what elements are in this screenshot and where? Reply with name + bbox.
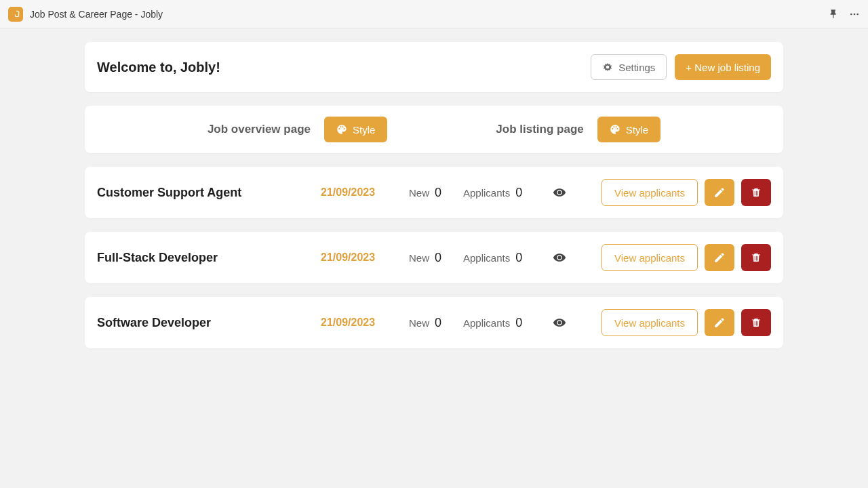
pin-icon[interactable]	[829, 9, 840, 20]
tabs-card: Job overview page Style Job listing page…	[85, 106, 783, 153]
new-job-listing-label: + New job listing	[686, 62, 760, 73]
applicants-label: Applicants	[463, 317, 510, 329]
applicants-value: 0	[515, 316, 522, 330]
job-date: 21/09/2023	[321, 251, 409, 264]
job-row: Software Developer 21/09/2023 New 0 Appl…	[85, 297, 783, 348]
job-applicants-stat: Applicants 0	[463, 316, 545, 330]
edit-button[interactable]	[705, 309, 734, 336]
row-actions: View applicants	[601, 179, 771, 206]
palette-icon	[610, 124, 620, 135]
delete-button[interactable]	[741, 244, 771, 271]
tab-listing-group: Job listing page Style	[496, 117, 660, 142]
style-listing-button[interactable]: Style	[597, 117, 660, 142]
header-card: Welcome to, Jobly! Settings + New job li…	[85, 42, 783, 92]
new-value: 0	[435, 251, 441, 265]
tab-overview-group: Job overview page Style	[208, 117, 387, 142]
new-job-listing-button[interactable]: + New job listing	[675, 54, 771, 80]
job-row: Full-Stack Developer 21/09/2023 New 0 Ap…	[85, 232, 783, 283]
new-label: New	[409, 252, 429, 264]
job-applicants-stat: Applicants 0	[463, 186, 545, 200]
delete-button[interactable]	[741, 309, 771, 336]
row-actions: View applicants	[601, 244, 771, 271]
topbar: Job Post & Career Page - Jobly	[0, 0, 868, 28]
view-applicants-button[interactable]: View applicants	[601, 244, 698, 271]
edit-button[interactable]	[705, 244, 734, 271]
new-value: 0	[435, 186, 441, 200]
palette-icon	[336, 124, 347, 135]
job-list: Customer Support Agent 21/09/2023 New 0 …	[85, 167, 783, 348]
main-container: Welcome to, Jobly! Settings + New job li…	[85, 28, 783, 348]
visibility-toggle[interactable]	[545, 251, 574, 264]
job-date: 21/09/2023	[321, 186, 409, 199]
job-new-stat: New 0	[409, 251, 463, 265]
welcome-text: Welcome to, Jobly!	[97, 60, 220, 75]
applicants-label: Applicants	[463, 187, 510, 199]
trash-icon	[750, 251, 762, 264]
settings-button[interactable]: Settings	[591, 54, 667, 80]
applicants-value: 0	[515, 186, 522, 200]
trash-icon	[750, 317, 762, 329]
topbar-title: Job Post & Career Page - Jobly	[30, 9, 829, 20]
new-label: New	[409, 317, 429, 329]
applicants-value: 0	[515, 251, 522, 265]
svg-point-2	[856, 13, 859, 15]
header-actions: Settings + New job listing	[591, 54, 771, 80]
eye-icon	[553, 316, 566, 329]
tab-listing-label[interactable]: Job listing page	[496, 123, 583, 136]
job-date: 21/09/2023	[321, 317, 409, 329]
pencil-icon	[713, 251, 726, 264]
job-title: Customer Support Agent	[97, 186, 321, 200]
svg-point-1	[854, 13, 856, 15]
job-row: Customer Support Agent 21/09/2023 New 0 …	[85, 167, 783, 218]
row-actions: View applicants	[601, 309, 771, 336]
job-title: Full-Stack Developer	[97, 251, 321, 265]
svg-point-0	[850, 13, 852, 15]
visibility-toggle[interactable]	[545, 186, 574, 199]
trash-icon	[750, 186, 762, 199]
style-overview-label: Style	[353, 124, 375, 136]
job-applicants-stat: Applicants 0	[463, 251, 545, 265]
gear-icon	[602, 62, 613, 73]
more-icon[interactable]	[849, 9, 860, 20]
job-new-stat: New 0	[409, 316, 463, 330]
settings-label: Settings	[618, 62, 655, 73]
visibility-toggle[interactable]	[545, 316, 574, 329]
applicants-label: Applicants	[463, 252, 510, 264]
topbar-actions	[829, 9, 860, 20]
app-icon	[8, 7, 23, 22]
new-label: New	[409, 187, 429, 199]
pencil-icon	[713, 186, 726, 199]
tab-overview-label[interactable]: Job overview page	[208, 123, 311, 136]
job-title: Software Developer	[97, 316, 321, 330]
job-new-stat: New 0	[409, 186, 463, 200]
eye-icon	[553, 186, 566, 199]
pencil-icon	[713, 317, 726, 329]
delete-button[interactable]	[741, 179, 771, 206]
style-listing-label: Style	[626, 124, 648, 136]
eye-icon	[553, 251, 566, 264]
edit-button[interactable]	[705, 179, 734, 206]
style-overview-button[interactable]: Style	[324, 117, 387, 142]
view-applicants-button[interactable]: View applicants	[601, 309, 698, 336]
view-applicants-button[interactable]: View applicants	[601, 179, 698, 206]
new-value: 0	[435, 316, 441, 330]
